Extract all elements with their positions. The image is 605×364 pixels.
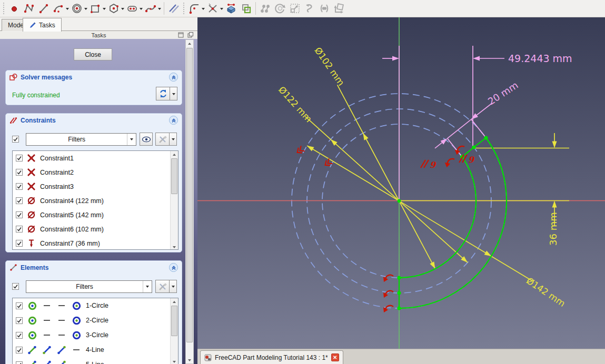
coincident-constraint-icon [27, 182, 36, 191]
constraint-row[interactable]: Constraint6 (102 mm) [13, 222, 178, 236]
rectangle-tool-button[interactable] [88, 1, 103, 16]
element-checkbox[interactable] [16, 347, 23, 353]
point-tool-button[interactable] [7, 1, 22, 16]
constraint-checkbox[interactable] [16, 169, 23, 176]
trim-icon [207, 3, 219, 14]
element-row[interactable]: 4-Line [13, 342, 178, 357]
document-close-button[interactable]: ✕ [331, 353, 339, 361]
freecad-document-icon [204, 354, 212, 361]
scale-icon [289, 3, 301, 14]
element-checkbox[interactable] [16, 302, 23, 309]
collapse-section-button[interactable] [169, 263, 178, 272]
dock-float-icon[interactable] [178, 32, 184, 38]
fillet-dropdown-caret[interactable] [202, 8, 205, 12]
constraint-row[interactable]: Constraint2 [13, 165, 178, 179]
constraint-checkbox[interactable] [16, 240, 23, 247]
tab-tasks[interactable]: Tasks [23, 18, 62, 32]
constraint-row[interactable]: Constraint7 (36 mm) [13, 236, 178, 250]
constraint-checkbox[interactable] [16, 183, 23, 190]
trim-dropdown-caret[interactable] [220, 8, 223, 12]
tangent-constraint-markers[interactable] [383, 146, 466, 312]
copy-tool-button-disabled [258, 1, 273, 16]
pink-dimensions[interactable] [382, 46, 504, 200]
close-button[interactable]: Close [74, 48, 112, 60]
show-hide-constraints-button[interactable] [140, 133, 153, 146]
yellow-dimension-labels[interactable]: Ø102 mm Ø122 mm Ø142 mm 36 mm [276, 45, 567, 309]
element-row[interactable]: 1-Circle [13, 298, 178, 313]
settings-tools-icon [158, 135, 167, 144]
fillet-tool-button[interactable] [187, 1, 202, 16]
refresh-button[interactable] [156, 87, 170, 100]
element-row[interactable]: 2-Circle [13, 313, 178, 328]
rectangle-dropdown-caret[interactable] [103, 8, 106, 12]
element-checkbox[interactable] [16, 361, 23, 364]
element-checkbox[interactable] [16, 317, 23, 324]
refresh-dropdown-button[interactable] [170, 87, 177, 100]
copy-icon [260, 3, 271, 14]
constraints-settings-button[interactable] [155, 133, 170, 146]
toolbar-grip[interactable] [183, 2, 185, 15]
combo-view-tabs: Model Tasks [0, 17, 197, 31]
constraints-filter-combobox[interactable]: Filters [26, 133, 136, 146]
arc-dropdown-caret[interactable] [66, 8, 69, 12]
polygon-tool-button[interactable] [106, 1, 121, 16]
combobox-caret[interactable] [127, 134, 136, 145]
constraint-label: Constraint4 (122 mm) [40, 197, 104, 205]
constraint-checkbox[interactable] [16, 226, 23, 232]
document-tab[interactable]: FreeCAD Part Modeling Tutorial 143 : 1* … [200, 350, 343, 364]
constraint-row[interactable]: Constraint5 (142 mm) [13, 208, 178, 222]
collapse-section-button[interactable] [169, 73, 178, 82]
distance-20-label: 20 mm [486, 79, 520, 107]
slot-dropdown-caret[interactable] [140, 8, 143, 12]
constraint-checkbox[interactable] [16, 211, 23, 218]
bspline-tool-button[interactable] [143, 1, 158, 16]
elements-list-scrollbar[interactable] [170, 298, 178, 364]
line-element-icon-green [27, 345, 37, 355]
construction-mode-button[interactable] [166, 1, 181, 16]
constraints-list-scrollbar[interactable] [170, 151, 178, 250]
polyline-tool-button[interactable] [22, 1, 36, 16]
combobox-caret[interactable] [143, 281, 152, 292]
elements-filter-combobox[interactable]: Filters [26, 280, 152, 293]
elements-settings-caret[interactable] [170, 280, 177, 293]
toolbar-grip[interactable] [3, 2, 5, 15]
carbon-copy-button[interactable] [239, 1, 253, 16]
vertical-distance-dimension[interactable] [399, 133, 569, 226]
element-row[interactable]: 3-Circle [13, 328, 178, 342]
elements-show-checkbox[interactable] [12, 283, 19, 290]
coincident-constraint-icon [27, 154, 36, 163]
sketch-geometry[interactable] [399, 138, 507, 308]
element-checkbox[interactable] [16, 332, 23, 339]
external-geometry-icon [225, 3, 237, 14]
constraint-row[interactable]: Constraint4 (122 mm) [13, 194, 178, 208]
sketch-viewport[interactable]: Ø102 mm Ø122 mm Ø142 mm 36 mm [197, 17, 605, 349]
circle-tool-button[interactable] [70, 1, 84, 16]
constraint-checkbox[interactable] [16, 197, 23, 204]
trim-tool-button[interactable] [205, 1, 220, 16]
arc-tool-button[interactable] [51, 1, 66, 16]
constraints-show-checkbox[interactable] [12, 136, 19, 143]
element-label: 5-Line [86, 361, 104, 364]
constraint-row[interactable]: Constraint1 [13, 151, 178, 165]
element-row[interactable]: 5-Line [13, 357, 178, 364]
dock-overlay-icon[interactable] [187, 32, 193, 38]
tasks-panel-scrollbar[interactable] [185, 39, 194, 364]
constraint-label: Constraint2 [40, 169, 74, 176]
point-constraint-markers[interactable] [295, 146, 333, 167]
external-geometry-button[interactable] [224, 1, 239, 16]
line-tool-button[interactable] [36, 1, 51, 16]
collapse-section-button[interactable] [169, 116, 178, 125]
constraints-settings-caret[interactable] [170, 133, 177, 146]
slot-tool-button[interactable] [125, 1, 140, 16]
diameter-constraint-icon [27, 196, 36, 205]
polygon-dropdown-caret[interactable] [121, 8, 124, 12]
bspline-dropdown-caret[interactable] [158, 8, 161, 12]
diameter-dimensions[interactable] [305, 85, 532, 281]
constraint-checkbox[interactable] [16, 155, 23, 161]
document-tab-bar: FreeCAD Part Modeling Tutorial 143 : 1* … [197, 349, 605, 364]
circle-dropdown-caret[interactable] [84, 8, 87, 12]
pink-dimension-labels[interactable]: 49.2443 mm 20 mm [486, 53, 572, 107]
constraint-row[interactable]: Constraint3 [13, 179, 178, 194]
elements-settings-button[interactable] [155, 280, 170, 293]
carbon-copy-icon [240, 3, 252, 14]
